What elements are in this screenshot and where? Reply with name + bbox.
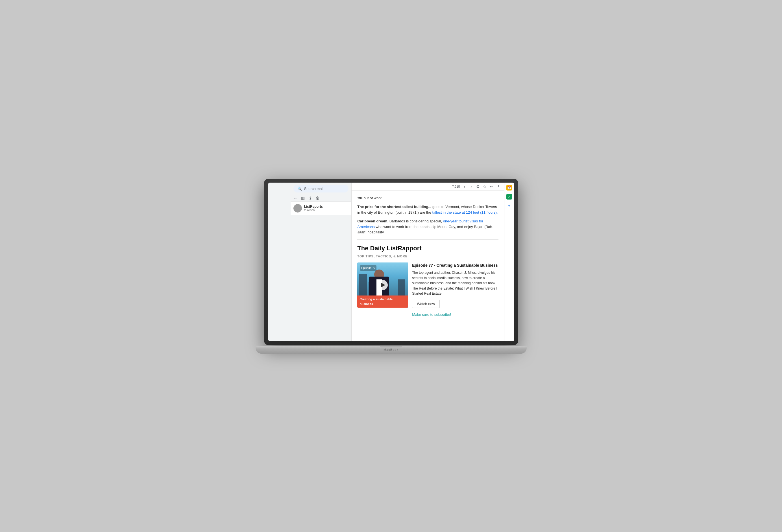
macbook-notch: [380, 346, 402, 347]
episode-description: The top agent and author, Chastin J. Mil…: [412, 270, 498, 296]
para-caribbean: Caribbean dream. Barbados is considering…: [357, 219, 498, 235]
episode-text-content: Episode 77 - Creating a Sustainable Busi…: [412, 263, 498, 317]
macbook-body: 🔍 Search mail ← ▦ ℹ 🗑: [264, 179, 518, 345]
info-icon[interactable]: ℹ: [308, 196, 313, 200]
more-icon[interactable]: ⋮: [496, 184, 501, 189]
sender-avatar: [293, 204, 302, 213]
email-list: ListReports to Alison: [291, 202, 352, 341]
newsletter-title: The Daily ListRapport: [357, 243, 498, 253]
star-icon[interactable]: ☆: [483, 184, 487, 189]
email-list-item[interactable]: ListReports to Alison: [291, 202, 352, 215]
reply-icon[interactable]: ↩: [489, 184, 494, 189]
email-recipient: to Alison: [304, 208, 349, 212]
episode-heading: Episode 77 - Creating a Sustainable Busi…: [412, 263, 498, 268]
section-divider-bottom: [357, 322, 498, 322]
para-still-out: still out of work.: [357, 195, 498, 201]
macbook-device: 🔍 Search mail ← ▦ ℹ 🗑: [264, 179, 518, 354]
calendar-icon[interactable]: 📅: [506, 185, 512, 190]
caribbean-text2: who want to work from the beach, sip Mou…: [357, 225, 493, 234]
section-divider-top: [357, 240, 498, 240]
caribbean-text: Barbados is considering special,: [389, 219, 443, 223]
macbook-base: MacBook: [256, 346, 527, 354]
watch-now-button[interactable]: Watch now: [412, 300, 440, 308]
nav-back-icon[interactable]: ‹: [462, 184, 467, 189]
gmail-toolbar: ← ▦ ℹ 🗑: [291, 195, 352, 202]
back-icon[interactable]: ←: [293, 196, 298, 200]
message-count: 7,215: [452, 185, 460, 188]
email-view-panel: 7,215 ‹ › ⚙ ☆ ↩ ⋮ still out of work.: [351, 183, 504, 341]
archive-icon[interactable]: ▦: [301, 196, 305, 200]
para-shortest-building: The prize for the shortest tallest build…: [357, 204, 498, 215]
email-view-toolbar: 7,215 ‹ › ⚙ ☆ ↩ ⋮: [352, 183, 504, 191]
subscribe-link[interactable]: Make sure to subscribe!: [412, 312, 498, 317]
newsletter-subtitle: TOP TIPS, TACTICS, & MORE!: [357, 254, 498, 259]
screen-content: 🔍 Search mail ← ▦ ℹ 🗑: [268, 183, 514, 341]
tasks-icon[interactable]: ✓: [506, 194, 512, 199]
screen-bezel: 🔍 Search mail ← ▦ ℹ 🗑: [268, 183, 514, 341]
caribbean-bold: Caribbean dream.: [357, 219, 388, 223]
gmail-right-sidebar: 📅 ✓ +: [504, 183, 514, 341]
nav-forward-icon[interactable]: ›: [469, 184, 473, 189]
gmail-main: 🔍 Search mail ← ▦ ℹ 🗑: [291, 183, 352, 341]
episode-title-overlay: Creating a sustainable business: [357, 296, 408, 308]
tallest-link[interactable]: tallest in the state at 124 feet (11 flo…: [432, 210, 498, 215]
play-button[interactable]: [378, 280, 388, 290]
search-icon: 🔍: [297, 187, 302, 191]
macbook-brand-label: MacBook: [384, 348, 398, 351]
email-body-scroll[interactable]: still out of work. The prize for the sho…: [352, 191, 504, 341]
settings-icon[interactable]: ⚙: [476, 184, 481, 189]
email-content: still out of work. The prize for the sho…: [352, 191, 504, 327]
email-info: ListReports to Alison: [304, 204, 349, 212]
play-triangle-icon: [381, 283, 385, 287]
plus-icon[interactable]: +: [506, 203, 512, 208]
delete-icon[interactable]: 🗑: [315, 196, 320, 200]
episode-thumbnail[interactable]: Episode 77 Creating a sustainable busine…: [357, 263, 408, 308]
gmail-search-bar[interactable]: 🔍 Search mail: [293, 185, 349, 192]
email-sender: ListReports: [304, 204, 349, 208]
search-input-label: Search mail: [304, 187, 324, 191]
episode-section: Episode 77 Creating a sustainable busine…: [357, 263, 498, 317]
para-shortest-bold: The prize for the shortest tallest build…: [357, 204, 431, 209]
gmail-sidebar: [268, 183, 291, 341]
episode-label: Episode 77: [360, 265, 377, 271]
